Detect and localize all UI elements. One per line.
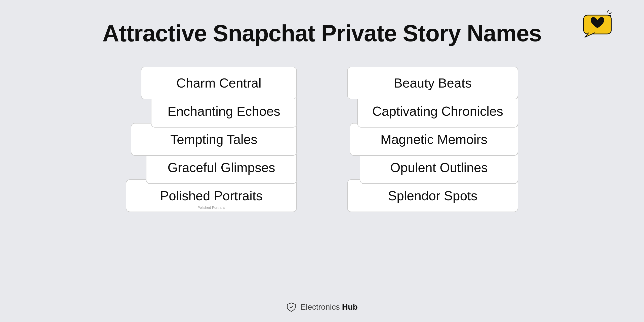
- list-item: Polished Portraits Polished Portraits: [126, 179, 297, 212]
- svg-line-1: [610, 13, 611, 14]
- list-item: Graceful Glimpses: [146, 151, 297, 184]
- right-column: Beauty Beats Captivating Chronicles Magn…: [347, 67, 518, 212]
- list-item: Charm Central: [141, 67, 297, 99]
- columns-container: Charm Central Enchanting Echoes Tempting…: [0, 67, 644, 212]
- page-title: Attractive Snapchat Private Story Names: [0, 0, 644, 47]
- list-item: Tempting Tales: [131, 123, 297, 156]
- logo-icon: [581, 10, 614, 38]
- footer: Electronics Hub: [0, 302, 644, 312]
- svg-line-0: [608, 11, 608, 12]
- list-item: Enchanting Echoes: [151, 95, 297, 128]
- left-column: Charm Central Enchanting Echoes Tempting…: [126, 67, 297, 212]
- footer-logo-icon: [286, 302, 296, 312]
- list-item: Captivating Chronicles: [357, 95, 518, 128]
- list-item: Beauty Beats: [347, 67, 518, 99]
- list-item: Magnetic Memoirs: [350, 123, 518, 156]
- footer-brand: Electronics Hub: [300, 302, 358, 312]
- list-item: Splendor Spots: [347, 179, 518, 212]
- list-item: Opulent Outlines: [360, 151, 518, 184]
